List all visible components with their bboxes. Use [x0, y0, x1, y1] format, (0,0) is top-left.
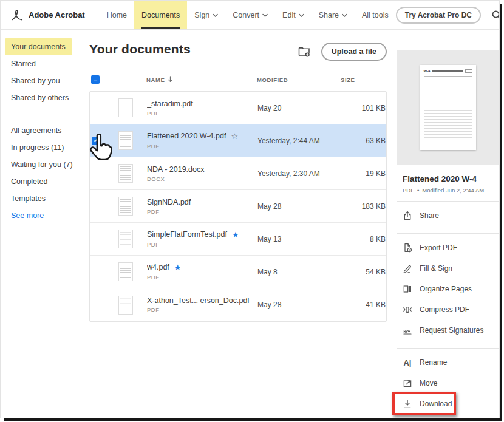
nav-item-documents[interactable]: Documents — [134, 1, 187, 29]
action-label: Fill & Sign — [420, 264, 452, 273]
sidebar-item-completed[interactable]: Completed — [1, 173, 81, 190]
file-type-label: PDF — [147, 241, 254, 248]
try-acrobat-pro-button[interactable]: Try Acrobat Pro DC — [396, 7, 481, 24]
table-row-flattened-2020-w-4-pdf[interactable]: ✓Flattened 2020 W-4.pdf☆PDFYesterday, 2:… — [90, 124, 386, 157]
sidebar-item-starred[interactable]: Starred — [1, 55, 81, 72]
page-title: Your documents — [89, 42, 191, 56]
compress-pdf-action[interactable]: Compress PDF — [397, 299, 499, 320]
nav-item-label: Documents — [141, 11, 180, 19]
table-row-simpleflatformtest-pdf[interactable]: SimpleFlatFormTest.pdf★PDFMay 138 KB — [90, 223, 386, 256]
select-all-checkbox[interactable]: – — [91, 75, 100, 84]
top-bar: Adobe Acrobat HomeDocumentsSignConvertEd… — [1, 1, 499, 30]
file-modified: May 28 — [257, 202, 341, 211]
request-signatures-action[interactable]: Request Signatures — [397, 320, 499, 341]
upload-file-button[interactable]: Upload a file — [321, 43, 387, 61]
nav-item-home[interactable]: Home — [100, 1, 134, 29]
star-filled-icon[interactable]: ★ — [174, 263, 182, 272]
star-outline-icon[interactable]: ☆ — [231, 132, 238, 141]
brand: Adobe Acrobat — [10, 9, 85, 21]
table-row-w4-pdf[interactable]: w4.pdf★PDFMay 854 KB — [90, 256, 386, 288]
chevron-down-icon — [342, 13, 347, 18]
file-size: 63 KB — [341, 137, 388, 145]
file-name[interactable]: _staradim.pdf — [147, 100, 193, 108]
nav-item-label: Sign — [194, 11, 209, 19]
delete-action[interactable]: Delete — [397, 414, 499, 418]
sidebar-item-see-more[interactable]: See more — [1, 207, 81, 224]
table-row-x-athon-test-erson-doc-pdf[interactable]: X-athon_Test... erson_Doc.pdfPDFMay 2841… — [90, 288, 386, 321]
file-modified: May 8 — [257, 268, 341, 276]
nav-item-convert[interactable]: Convert — [225, 1, 275, 29]
nav-item-label: Home — [107, 11, 127, 19]
search-icon[interactable] — [491, 10, 500, 21]
file-name[interactable]: Flattened 2020 W-4.pdf — [147, 132, 226, 140]
sidebar-item-all-agreements[interactable]: All agreements — [1, 122, 81, 139]
file-modified-text: Modified Jun 2, 2:44 AM — [422, 187, 484, 194]
file-name-cell: SimpleFlatFormTest.pdf★PDF — [147, 230, 257, 248]
add-folder-icon[interactable] — [298, 47, 310, 57]
sidebar-item-templates[interactable]: Templates — [1, 190, 81, 207]
export-pdf-action[interactable]: Export PDF — [397, 237, 499, 258]
nav-item-label: Edit — [282, 11, 296, 19]
nav-item-label: Convert — [233, 11, 259, 19]
row-checkbox-checked[interactable]: ✓ — [92, 137, 100, 145]
file-modified: May 13 — [257, 235, 341, 243]
request-signatures-icon — [402, 325, 413, 335]
file-thumbnail — [118, 131, 147, 150]
compress-pdf-icon — [402, 305, 413, 315]
star-filled-icon[interactable]: ★ — [232, 230, 239, 239]
table-row-staradim-pdf[interactable]: _staradim.pdfPDFMay 20101 KB — [90, 92, 386, 124]
file-thumbnail — [118, 230, 147, 248]
file-name[interactable]: SignNDA.pdf — [147, 198, 191, 206]
rename-action[interactable]: A|Rename — [397, 352, 499, 373]
chevron-down-icon — [262, 13, 268, 18]
file-type-label: PDF — [147, 143, 254, 149]
sidebar-item-in-progress-11[interactable]: In progress (11) — [1, 139, 81, 156]
move-action[interactable]: Move — [397, 373, 499, 393]
acrobat-window: Adobe Acrobat HomeDocumentsSignConvertEd… — [0, 0, 500, 418]
column-header-name[interactable]: NAME — [146, 76, 257, 84]
fill-sign-action[interactable]: Fill & Sign — [397, 258, 499, 279]
file-name[interactable]: w4.pdf — [147, 263, 169, 271]
download-action[interactable]: Download — [397, 393, 499, 414]
action-label: Organize Pages — [420, 285, 472, 293]
download-icon — [402, 399, 413, 409]
file-size: 183 KB — [341, 202, 388, 211]
sidebar-item-your-documents[interactable]: Your documents — [5, 38, 72, 55]
table-row-signnda-pdf[interactable]: SignNDA.pdfPDFMay 28183 KB — [90, 190, 386, 223]
action-label: Request Signatures — [420, 326, 483, 335]
file-modified: May 28 — [257, 301, 341, 309]
sidebar-item-waiting-for-you-7[interactable]: Waiting for you (7) — [1, 156, 81, 173]
file-type-label: PDF — [147, 274, 254, 281]
meta-separator: • — [417, 187, 419, 194]
table-row-nda-2019-docx[interactable]: NDA - 2019.docxDOCXYesterday, 2:30 AM19 … — [90, 157, 386, 190]
file-name[interactable]: SimpleFlatFormTest.pdf — [147, 230, 227, 239]
actions-container: ShareExport PDFFill & SignOrganize Pages… — [397, 205, 499, 418]
file-thumbnail — [118, 262, 147, 281]
sidebar-item-shared-by-others[interactable]: Shared by others — [1, 89, 81, 106]
nav-item-share[interactable]: Share — [312, 1, 355, 29]
row-checkbox-cell — [90, 157, 118, 189]
nav-item-edit[interactable]: Edit — [275, 1, 312, 29]
column-header-modified[interactable]: MODIFIED — [257, 77, 341, 83]
file-size: 54 KB — [341, 268, 388, 276]
file-name[interactable]: X-athon_Test... erson_Doc.pdf — [147, 296, 250, 305]
details-panel: W-4 Flattened 2020 W-4 PDF•Modified Jun … — [397, 30, 499, 418]
file-name-cell: NDA - 2019.docxDOCX — [147, 165, 257, 182]
column-header-size[interactable]: SIZE — [341, 77, 387, 83]
sidebar-item-shared-by-you[interactable]: Shared by you — [1, 72, 81, 89]
select-all-cell: – — [89, 75, 118, 84]
file-name-cell: _staradim.pdfPDF — [147, 100, 257, 117]
file-name[interactable]: NDA - 2019.docx — [147, 165, 205, 174]
file-name-cell: SignNDA.pdfPDF — [147, 198, 257, 215]
file-size: 19 KB — [341, 169, 388, 178]
organize-pages-action[interactable]: Organize Pages — [397, 279, 499, 299]
preview-form-label: W-4 — [424, 69, 431, 73]
nav-item-sign[interactable]: Sign — [187, 1, 225, 29]
file-type-label: PDF — [147, 110, 254, 117]
file-modified: Yesterday, 2:44 AM — [257, 137, 341, 145]
brand-name: Adobe Acrobat — [29, 10, 85, 19]
share-action[interactable]: Share — [397, 205, 499, 226]
nav-item-all-tools[interactable]: All tools — [355, 1, 396, 29]
sort-desc-icon[interactable] — [168, 76, 173, 84]
panel-divider — [397, 201, 499, 202]
